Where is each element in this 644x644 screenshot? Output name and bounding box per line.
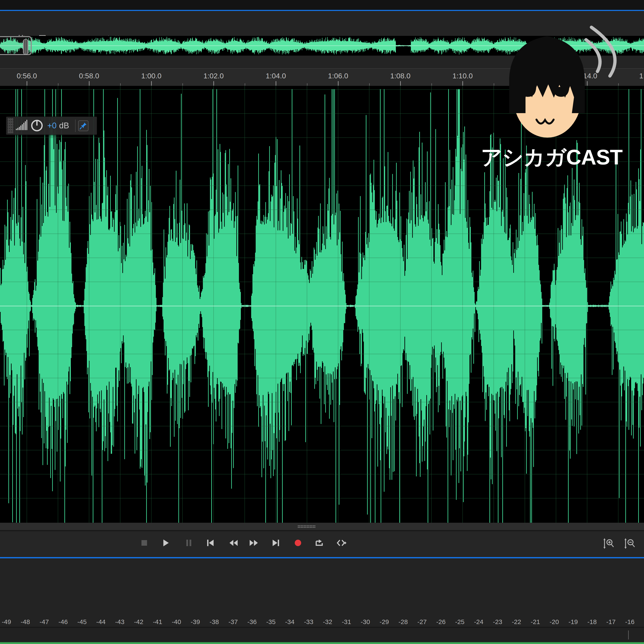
loop-playback-button[interactable] (314, 538, 324, 548)
db-tick-label: -37 (228, 618, 238, 626)
minor-tick (618, 83, 619, 86)
skip-to-start-button[interactable] (205, 538, 216, 548)
db-tick-label: -27 (417, 618, 427, 626)
volume-hud: +0 dB (6, 117, 97, 135)
time-tick-label: 1:14.0 (577, 72, 597, 80)
audio-editor-window: て（第380回）.wav ミキサー 0:56.00:58.01:00.01:02… (0, 0, 644, 644)
db-tick-label: -34 (285, 618, 294, 626)
db-tick-label: -32 (323, 618, 332, 626)
major-tick (400, 81, 401, 86)
stop-button[interactable] (139, 538, 149, 548)
meter-track (0, 628, 644, 642)
minor-tick (120, 83, 121, 86)
db-tick-label: -17 (606, 618, 615, 626)
db-tick-label: -25 (455, 618, 464, 626)
minor-tick (245, 83, 245, 86)
editor-tab-bar: て（第380回）.wav ミキサー (0, 11, 644, 36)
time-tick-label: 1:00.0 (141, 72, 162, 80)
db-tick-label: -42 (134, 618, 143, 626)
overview-waveform (0, 36, 644, 56)
transport-bar (0, 531, 644, 557)
skip-to-end-button[interactable] (271, 538, 281, 548)
db-tick-label: -35 (266, 618, 275, 626)
minor-tick (307, 83, 307, 86)
db-tick-label: -39 (191, 618, 200, 626)
major-tick (276, 81, 276, 86)
major-tick (213, 81, 214, 86)
db-tick-label: -48 (21, 618, 30, 626)
db-tick-label: -40 (172, 618, 181, 626)
major-tick (89, 81, 90, 86)
db-tick-label: -30 (361, 618, 370, 626)
db-tick-label: -49 (2, 618, 11, 626)
db-tick-label: -20 (550, 618, 559, 626)
time-tick-label: 1:04.0 (266, 72, 286, 80)
volume-bars-icon (15, 120, 28, 132)
db-tick-label: -18 (587, 618, 597, 626)
level-meter-bar (0, 642, 644, 644)
db-tick-label: -47 (39, 618, 49, 626)
view-range-indicator[interactable] (0, 36, 32, 55)
minor-tick (494, 83, 494, 86)
record-button[interactable] (293, 538, 303, 548)
db-tick-label: -33 (304, 618, 313, 626)
pause-button[interactable] (184, 538, 194, 548)
time-tick-label: 1:10.0 (453, 72, 473, 80)
db-tick-label: -26 (436, 618, 445, 626)
grip-dots-icon[interactable] (298, 525, 316, 528)
rewind-button[interactable] (228, 538, 239, 548)
db-tick-label: -28 (398, 618, 408, 626)
time-tick-label: 0:58.0 (79, 72, 99, 80)
hud-separator (75, 120, 76, 132)
peak-indicator (628, 630, 629, 639)
time-tick-label: 1:16.0 (639, 72, 644, 80)
panel-spacer (0, 56, 644, 68)
db-tick-label: -24 (474, 618, 483, 626)
db-tick-label: -43 (115, 618, 124, 626)
db-tick-label: -19 (568, 618, 578, 626)
major-tick (338, 81, 339, 86)
play-button[interactable] (161, 538, 171, 548)
fast-forward-button[interactable] (249, 538, 259, 548)
skip-selection-button[interactable] (336, 538, 346, 548)
time-tick-label: 0:56.0 (17, 72, 37, 80)
window-top-strip (0, 0, 644, 10)
db-tick-label: -23 (493, 618, 502, 626)
main-waveform (0, 86, 644, 523)
minor-tick (431, 83, 432, 86)
knob-icon[interactable] (30, 119, 43, 133)
grip-dots-icon[interactable] (8, 118, 13, 133)
minor-tick (182, 83, 183, 86)
minor-tick (369, 83, 370, 86)
panel-divider[interactable] (0, 523, 644, 530)
db-tick-label: -36 (247, 618, 257, 626)
major-tick (462, 81, 463, 86)
minor-tick (58, 83, 58, 86)
db-tick-label: -46 (58, 618, 68, 626)
major-tick (151, 81, 152, 86)
time-tick-label: 1:12.0 (515, 72, 535, 80)
levels-meter-panel: -49-48-47-46-45-44-43-42-41-40-39-38-37-… (0, 558, 644, 644)
major-tick (525, 81, 525, 86)
time-tick-label: 1:02.0 (204, 72, 224, 80)
vertical-zoom-out-button[interactable] (623, 537, 636, 550)
db-tick-label: -38 (210, 618, 219, 626)
db-tick-label: -29 (380, 618, 389, 626)
major-tick (587, 81, 588, 86)
gain-value[interactable]: +0 (47, 121, 56, 130)
view-range-handle[interactable] (23, 39, 28, 55)
db-tick-label: -16 (625, 618, 634, 626)
db-tick-label: -21 (531, 618, 540, 626)
time-tick-label: 1:06.0 (328, 72, 348, 80)
db-tick-label: -45 (77, 618, 87, 626)
vertical-zoom-in-button[interactable] (602, 537, 615, 550)
db-tick-label: -22 (512, 618, 521, 626)
waveform-editor-area[interactable] (0, 86, 644, 523)
db-tick-label: -44 (96, 618, 105, 626)
overview-strip[interactable] (0, 36, 644, 56)
pin-button[interactable] (78, 120, 88, 131)
db-tick-label: -41 (153, 618, 162, 626)
time-tick-label: 1:08.0 (390, 72, 411, 80)
major-tick (27, 81, 27, 86)
timeline-ruler[interactable]: 0:56.00:58.01:00.01:02.01:04.01:06.01:08… (0, 68, 644, 86)
